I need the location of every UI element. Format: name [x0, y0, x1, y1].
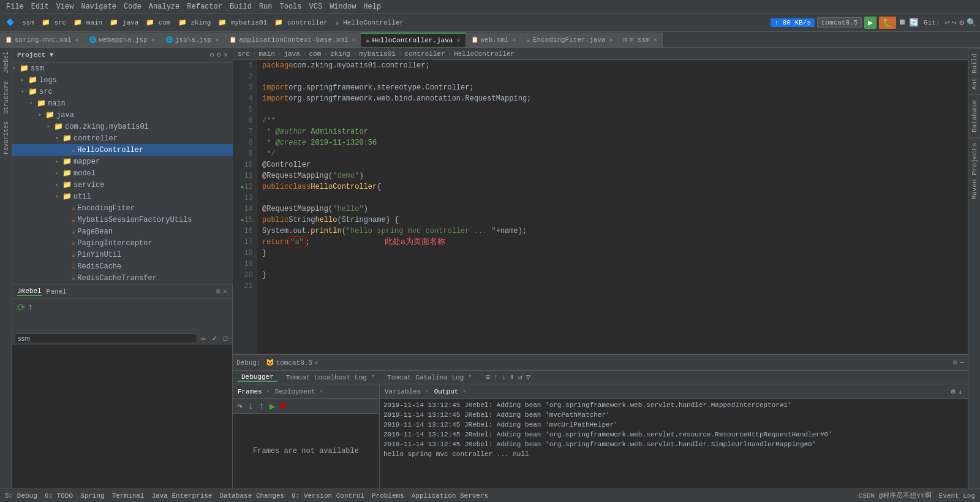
jrebel-icon2[interactable]: ↑ [28, 302, 34, 313]
step-out-btn[interactable]: ↑ [257, 401, 266, 412]
code-line-14[interactable]: @RequestMapping("hello") [262, 203, 963, 215]
deployment-tab[interactable]: Deployment ▾ [275, 387, 323, 395]
tab-m-ssm[interactable]: mm ssm✕ [619, 32, 663, 47]
reload-button[interactable]: 🔄 [909, 18, 919, 28]
tomcat-selector[interactable]: tomcat8.5 [817, 17, 862, 28]
tab-spring-mvc-xml[interactable]: 📋spring-mvc.xml✕ [0, 32, 84, 47]
menu-item-analyze[interactable]: Analyze [145, 2, 183, 11]
cancel-icon[interactable]: ☐ [221, 333, 230, 344]
status-item-4[interactable]: Java Enterprise [151, 492, 212, 500]
code-line-11[interactable]: @RequestMapping("demo") [262, 170, 963, 181]
project-name[interactable]: ssm [20, 19, 37, 26]
jrebel-close-icon[interactable]: ✕ [223, 287, 227, 296]
debug-action-icon5[interactable]: ↺ [518, 373, 522, 382]
code-line-7[interactable]: * @author Administrator [262, 126, 963, 137]
debug-button[interactable]: 🐛 [879, 17, 896, 29]
code-line-10[interactable]: @Controller [262, 159, 963, 170]
menu-item-refactor[interactable]: Refactor [183, 2, 226, 11]
menu-item-help[interactable]: Help [360, 2, 385, 11]
stop-button[interactable]: ⏹ [899, 18, 907, 27]
code-line-5[interactable] [262, 104, 963, 115]
tab-web-xml[interactable]: 📋web.xml✕ [466, 32, 522, 47]
step-into-btn[interactable]: ↓ [246, 401, 256, 412]
variables-tab[interactable]: Variables ▾ [385, 387, 429, 395]
output-tab[interactable]: Output ▾ [434, 387, 467, 395]
code-line-3[interactable]: import org.springframework.stereotype.Co… [262, 82, 963, 93]
code-line-17[interactable]: return "a"; [262, 237, 963, 248]
tree-item-PagingInterceptor[interactable]: ☕ PagingInterceptor [12, 237, 233, 249]
tree-item-MybatisSessionFactoryUtils[interactable]: ☕ MybatisSessionFactoryUtils [12, 214, 233, 226]
status-item-3[interactable]: Terminal [112, 492, 145, 500]
code-line-13[interactable] [262, 192, 963, 203]
tab-webapp-a-jsp[interactable]: 🌐webapp\a.jsp✕ [84, 32, 160, 47]
jrebel-tab[interactable]: JRebel [17, 287, 42, 296]
tomcat-catalina-tab[interactable]: Tomcat Catalina Log * [383, 374, 476, 381]
code-line-9[interactable]: */ [262, 148, 963, 159]
run-button[interactable]: ▶ [864, 17, 876, 29]
check-icon[interactable]: ✓ [210, 333, 219, 344]
filter-icon[interactable]: ▽ [526, 373, 530, 382]
resume-btn[interactable]: ▶ [268, 400, 277, 413]
jrebel-icon1[interactable]: ⟳ [17, 302, 25, 314]
tree-item-util[interactable]: ▾ 📁 util [12, 191, 233, 202]
tree-item-main[interactable]: ▾ 📁 main [12, 97, 233, 109]
ant-build-tab[interactable]: Ant Build [968, 48, 980, 94]
redo-button[interactable]: ↪ [952, 18, 957, 28]
tree-item-service[interactable]: ▸ 📁 service [12, 179, 233, 191]
code-line-6[interactable]: /** [262, 115, 963, 126]
tomcat-debug-tab[interactable]: 🐱 tomcat8.5 ✕ [266, 359, 318, 367]
menu-item-edit[interactable]: Edit [28, 2, 53, 11]
tree-item-com-zking-mybatis01[interactable]: ▾ 📁 com.zking.mybatis01 [12, 121, 233, 132]
tree-item-mapper[interactable]: ▸ 📁 mapper [12, 156, 233, 167]
menu-item-vcs[interactable]: VCS [306, 2, 326, 11]
menu-item-run[interactable]: Run [255, 2, 276, 11]
code-line-2[interactable] [262, 71, 963, 82]
menu-item-navigate[interactable]: Navigate [77, 2, 120, 11]
tree-item-model[interactable]: ▸ 📁 model [12, 167, 233, 179]
menu-item-file[interactable]: File [2, 2, 28, 11]
code-line-15[interactable]: public String hello(String name) { [262, 215, 963, 226]
menu-item-window[interactable]: Window [326, 2, 360, 11]
menu-item-build[interactable]: Build [226, 2, 255, 11]
frames-tab[interactable]: Frames ▾ [238, 387, 270, 395]
code-line-4[interactable]: import org.springframework.web.bind.anno… [262, 93, 963, 104]
edit-icon[interactable]: ✏ [200, 333, 208, 344]
tree-item-controller[interactable]: ▾ 📁 controller [12, 132, 233, 144]
status-right-item-0[interactable]: CSDN @程序员不想YY啊 [859, 491, 932, 500]
code-content[interactable]: package com.zking.mybatis01.controller;i… [257, 60, 968, 354]
step-over-btn[interactable]: ↷ [235, 400, 245, 413]
status-item-1[interactable]: 6: TODO [45, 492, 73, 500]
code-line-18[interactable]: } [262, 248, 963, 259]
structure-vtab[interactable]: Structure [0, 77, 12, 118]
database-tab[interactable]: Database [968, 94, 980, 137]
maven-tab[interactable]: Maven Projects [968, 137, 980, 204]
jrebel-vtab[interactable]: JRebel [0, 48, 12, 77]
menu-item-tools[interactable]: Tools [276, 2, 306, 11]
sync-icon[interactable]: ⚙ [209, 50, 214, 59]
status-item-7[interactable]: Problems [372, 492, 404, 500]
tree-item-PinYinUtil[interactable]: ☕ PinYinUtil [12, 249, 233, 261]
debug-action-icon1[interactable]: ≡ [486, 373, 490, 382]
tab-jsp-a-jsp[interactable]: 🌐jsp\a.jsp✕ [160, 32, 224, 47]
tomcat-close[interactable]: ✕ [314, 359, 318, 367]
debug-settings-icon[interactable]: ⚙ [953, 358, 957, 367]
code-line-8[interactable]: * @create 2019-11-1320:56 [262, 137, 963, 148]
debug-action-icon2[interactable]: ↑ [494, 373, 498, 382]
tree-item-PageBean[interactable]: ☕ PageBean [12, 226, 233, 237]
menu-item-code[interactable]: Code [120, 2, 145, 11]
status-item-5[interactable]: Database Changes [219, 492, 284, 500]
jrebel-settings-icon[interactable]: ⚙ [216, 287, 221, 296]
tab-EncodingFiter-java[interactable]: ☕EncodingFiter.java✕ [522, 32, 619, 47]
status-right-item-1[interactable]: Event Log [939, 492, 975, 500]
close-sidebar-icon[interactable]: ✕ [224, 50, 228, 59]
code-line-20[interactable]: } [262, 270, 963, 281]
status-item-8[interactable]: Application Servers [412, 492, 488, 500]
search-everywhere-button[interactable]: 🔍 [967, 18, 976, 28]
status-item-6[interactable]: 9: Version Control [292, 492, 364, 500]
favorites-vtab[interactable]: Favorites [0, 118, 12, 158]
tab-HelloController-java[interactable]: ☕HelloController.java✕ [361, 32, 466, 47]
tree-item-EncodingFiter[interactable]: ☕ EncodingFiter [12, 202, 233, 214]
tomcat-localhost-tab[interactable]: Tomcat Localhost Log * [282, 374, 379, 381]
code-editor[interactable]: 1234567891011●121314●15161718192021 pack… [233, 60, 968, 354]
output-scroll-icon[interactable]: ⇣ [958, 387, 963, 397]
